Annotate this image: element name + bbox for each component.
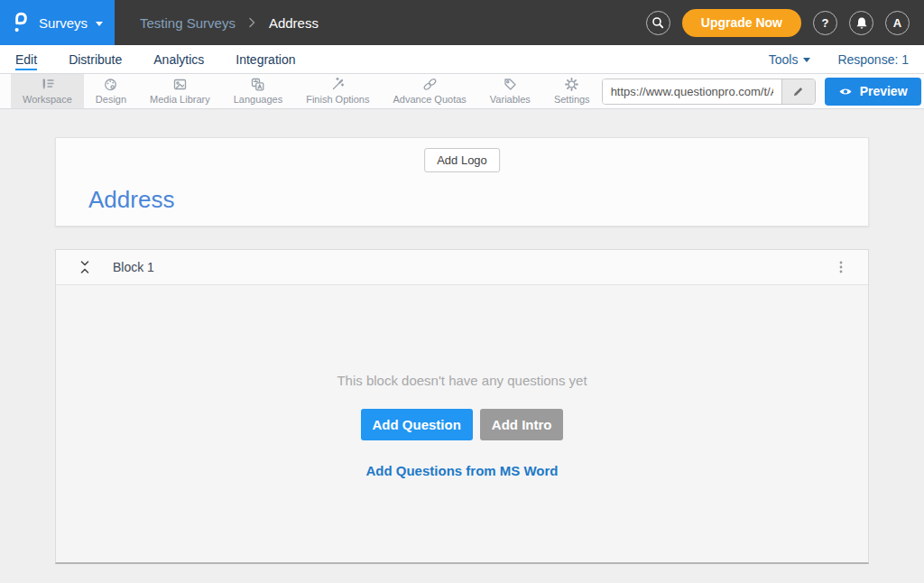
chevron-down-icon <box>96 22 103 26</box>
toolbar-item-label: Workspace <box>23 94 72 105</box>
toolbar-item-design[interactable]: Design <box>84 74 138 108</box>
bell-icon <box>855 16 868 30</box>
magic-wand-icon <box>330 77 346 92</box>
toolbar-item-label: Variables <box>490 94 531 105</box>
block-card: Block 1 This block doesn't have any ques… <box>55 249 869 564</box>
avatar-initial: A <box>893 16 901 30</box>
search-button[interactable] <box>646 11 670 35</box>
breadcrumb: Testing Surveys Address <box>140 15 319 31</box>
block-body: This block doesn't have any questions ye… <box>56 285 868 562</box>
collapse-icon <box>79 260 90 274</box>
empty-block-message: This block doesn't have any questions ye… <box>337 373 587 388</box>
toolbar-item-advance-quotas[interactable]: Advance Quotas <box>381 74 477 108</box>
upgrade-button[interactable]: Upgrade Now <box>682 9 801 37</box>
main-tabs: Edit Distribute Analytics Integration <box>15 45 295 73</box>
toolbar-item-media-library[interactable]: Media Library <box>138 74 222 108</box>
preview-button[interactable]: Preview <box>825 78 921 106</box>
add-intro-button[interactable]: Add Intro <box>480 409 564 440</box>
translate-icon <box>250 77 265 92</box>
survey-url-input[interactable] <box>603 79 781 104</box>
ellipsis-vertical-icon <box>839 261 843 273</box>
avatar-button[interactable]: A <box>885 11 910 35</box>
survey-editor-canvas: Add Logo Address Block 1 This block does… <box>0 109 924 564</box>
block-header: Block 1 <box>56 250 868 285</box>
tools-menu-button[interactable]: Tools <box>769 52 811 67</box>
toolbar-item-label: Languages <box>234 94 282 105</box>
edit-url-button[interactable] <box>781 79 815 104</box>
palette-icon <box>103 77 118 92</box>
pencil-icon <box>792 86 804 97</box>
tools-label: Tools <box>769 52 799 67</box>
product-name: Surveys <box>39 15 88 31</box>
toolbar-right: Preview <box>602 74 924 108</box>
block-actions: Add Question Add Intro <box>361 409 564 440</box>
survey-url-group <box>602 79 816 105</box>
breadcrumb-parent-link[interactable]: Testing Surveys <box>140 15 236 31</box>
workspace-icon <box>40 77 55 92</box>
tab-edit[interactable]: Edit <box>15 45 37 73</box>
toolbar-item-label: Finish Options <box>306 94 369 105</box>
toolbar-item-languages[interactable]: Languages <box>222 74 294 108</box>
chevron-down-icon <box>803 58 810 62</box>
collapse-block-button[interactable] <box>78 258 92 276</box>
block-title[interactable]: Block 1 <box>113 260 154 274</box>
search-icon <box>651 16 664 29</box>
tabbar-right: Tools Response: 1 <box>769 45 909 73</box>
response-count: Response: 1 <box>837 52 909 67</box>
toolbar-item-finish-options[interactable]: Finish Options <box>294 74 381 108</box>
tab-integration[interactable]: Integration <box>236 45 295 73</box>
add-questions-from-ms-word-link[interactable]: Add Questions from MS Word <box>365 463 558 478</box>
main-nav: Edit Distribute Analytics Integration To… <box>0 45 924 74</box>
breadcrumb-current: Address <box>269 15 319 31</box>
tag-icon <box>503 77 518 92</box>
topbar: Surveys Testing Surveys Address Upgrade … <box>0 0 924 45</box>
topbar-actions: Upgrade Now ? A <box>646 9 924 37</box>
preview-label: Preview <box>860 84 908 98</box>
add-question-button[interactable]: Add Question <box>361 409 473 440</box>
toolbar-item-label: Settings <box>554 94 590 105</box>
toolbar-item-label: Media Library <box>150 94 210 105</box>
eye-icon <box>838 86 853 97</box>
gear-icon <box>564 77 579 92</box>
toolbar-item-workspace[interactable]: Workspace <box>11 74 84 108</box>
toolbar-item-settings[interactable]: Settings <box>542 74 602 108</box>
help-label: ? <box>822 16 829 30</box>
toolbar-item-label: Advance Quotas <box>393 94 466 105</box>
help-button[interactable]: ? <box>813 11 837 35</box>
chain-link-icon <box>422 77 438 92</box>
product-switcher[interactable]: Surveys <box>0 0 115 45</box>
tab-analytics[interactable]: Analytics <box>153 45 204 73</box>
survey-header-card: Add Logo Address <box>55 137 869 227</box>
editor-toolbar: Workspace Design Media Library Languages <box>0 74 924 109</box>
breadcrumb-separator-icon <box>249 17 255 28</box>
notifications-button[interactable] <box>849 11 873 35</box>
add-logo-button[interactable]: Add Logo <box>424 148 500 172</box>
toolbar-item-label: Design <box>96 94 126 105</box>
block-options-button[interactable] <box>836 257 846 277</box>
questionpro-logo-icon <box>12 11 31 34</box>
image-icon <box>172 77 188 92</box>
tab-distribute[interactable]: Distribute <box>69 45 122 73</box>
survey-title[interactable]: Address <box>88 186 174 214</box>
toolbar-item-variables[interactable]: Variables <box>478 74 542 108</box>
